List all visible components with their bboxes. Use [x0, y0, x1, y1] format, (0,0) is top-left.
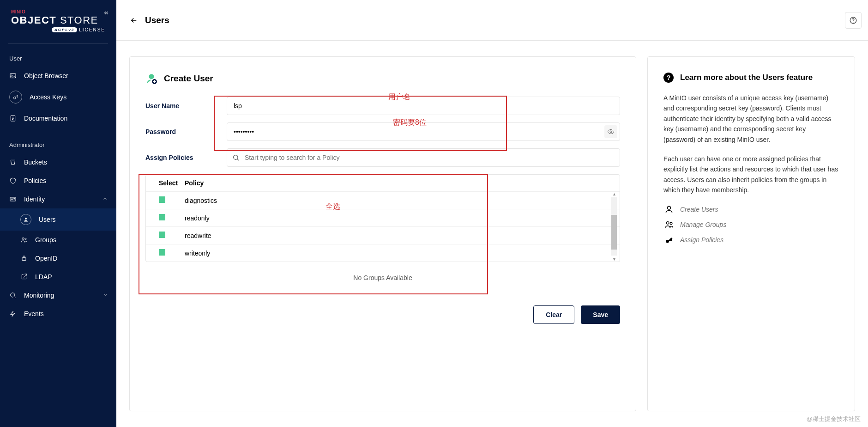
form-title: Create User [164, 73, 213, 84]
sidebar-item-label: Object Browser [24, 72, 68, 79]
sidebar-item-openid[interactable]: OpenID [0, 249, 116, 268]
table-row[interactable]: readonly [146, 209, 620, 226]
svg-rect-4 [10, 197, 16, 201]
toggle-password-visibility-button[interactable] [604, 125, 617, 138]
password-input[interactable] [227, 122, 620, 141]
no-groups-text: No Groups Available [145, 274, 620, 281]
key-icon [9, 91, 22, 104]
collapse-sidebar-button[interactable] [102, 8, 111, 18]
create-user-icon [145, 73, 157, 85]
sidebar: MINIO OBJECT STORE AGPLv3 LICENSE User O… [0, 0, 116, 427]
sidebar-item-groups[interactable]: Groups [0, 231, 116, 249]
sidebar-item-monitoring[interactable]: Monitoring [0, 286, 116, 305]
sidebar-item-label: OpenID [35, 255, 57, 262]
policy-table: Select Policy diagnostics readonly readw… [145, 174, 620, 262]
info-link-create-users[interactable]: Create Users [663, 205, 839, 214]
info-link-label: Create Users [680, 206, 718, 213]
info-card: ? Learn more about the Users feature A M… [647, 56, 855, 411]
info-paragraph: A MinIO user consists of a unique access… [663, 93, 839, 145]
sidebar-item-label: Users [39, 216, 56, 223]
sidebar-item-label: Identity [24, 195, 45, 203]
svg-point-8 [25, 238, 26, 239]
sidebar-item-identity[interactable]: Identity [0, 190, 116, 208]
policy-name: readwrite [185, 232, 211, 239]
info-link-label: Assign Policies [680, 236, 723, 244]
groups-icon [663, 220, 675, 230]
svg-rect-9 [22, 258, 26, 261]
sidebar-item-policies[interactable]: Policies [0, 171, 116, 190]
document-icon [9, 115, 17, 122]
table-select-header: Select [159, 179, 185, 187]
policy-name: writeonly [185, 250, 210, 257]
svg-point-15 [234, 155, 238, 159]
policy-checkbox[interactable] [159, 214, 165, 220]
svg-point-16 [668, 206, 671, 209]
sidebar-item-label: Access Keys [30, 93, 66, 101]
topbar: Users [116, 0, 868, 41]
nav-section-user: User [0, 50, 116, 67]
scrollbar[interactable]: ▴▾ [611, 191, 617, 262]
policy-name: diagnostics [185, 197, 217, 204]
password-label: Password [145, 128, 227, 135]
sidebar-item-label: Events [24, 310, 44, 317]
username-label: User Name [145, 102, 227, 110]
policy-search-input[interactable] [227, 148, 620, 167]
sidebar-item-label: Policies [24, 177, 46, 184]
policy-checkbox[interactable] [159, 196, 165, 203]
sidebar-item-documentation[interactable]: Documentation [0, 109, 116, 128]
info-link-label: Manage Groups [680, 221, 726, 228]
chevron-down-icon [102, 292, 108, 299]
monitoring-icon [9, 292, 17, 299]
info-icon: ? [663, 73, 674, 83]
brand-license: AGPLv3 LICENSE [11, 27, 105, 32]
sidebar-item-label: Documentation [24, 115, 67, 122]
info-link-manage-groups[interactable]: Manage Groups [663, 220, 839, 230]
svg-point-17 [667, 221, 669, 224]
events-icon [9, 310, 17, 317]
user-icon [663, 205, 675, 214]
bucket-icon [9, 159, 17, 166]
key-icon [663, 235, 675, 244]
groups-icon [20, 236, 28, 244]
search-icon [232, 154, 240, 163]
chevron-up-icon [102, 195, 108, 203]
sidebar-item-events[interactable]: Events [0, 305, 116, 323]
watermark: @稀土掘金技术社区 [807, 415, 861, 423]
svg-point-10 [11, 293, 15, 297]
policy-name: readonly [185, 214, 210, 222]
svg-point-18 [670, 222, 672, 224]
info-paragraph: Each user can have one or more assigned … [663, 154, 839, 195]
sidebar-item-access-keys[interactable]: Access Keys [0, 85, 116, 109]
user-icon [20, 214, 31, 225]
table-row[interactable]: readwrite [146, 226, 620, 244]
sidebar-item-buckets[interactable]: Buckets [0, 153, 116, 171]
sidebar-item-ldap[interactable]: LDAP [0, 268, 116, 286]
brand-name: MINIO [11, 9, 105, 14]
svg-point-6 [25, 218, 27, 220]
username-input[interactable] [227, 97, 620, 115]
policy-checkbox[interactable] [159, 232, 165, 238]
brand-product: OBJECT STORE [11, 14, 105, 26]
content: Create User User Name Password Assign [116, 41, 868, 427]
sidebar-item-users[interactable]: Users [0, 208, 116, 231]
table-row[interactable]: diagnostics [146, 191, 620, 209]
help-button[interactable] [845, 12, 862, 29]
ldap-icon [20, 273, 28, 281]
clear-button[interactable]: Clear [533, 305, 574, 324]
sidebar-item-label: LDAP [35, 273, 52, 281]
info-link-assign-policies[interactable]: Assign Policies [663, 235, 839, 244]
nav-section-admin: Administrator [0, 137, 116, 153]
folder-icon [9, 72, 17, 79]
svg-point-5 [12, 199, 13, 200]
back-button[interactable] [129, 16, 139, 25]
policy-checkbox[interactable] [159, 249, 165, 256]
table-row[interactable]: writeonly [146, 244, 620, 262]
svg-point-12 [149, 74, 154, 79]
sidebar-item-object-browser[interactable]: Object Browser [0, 67, 116, 85]
svg-point-2 [13, 97, 16, 99]
save-button[interactable]: Save [581, 305, 620, 324]
shield-icon [9, 177, 17, 184]
svg-point-7 [22, 238, 24, 239]
assign-policies-label: Assign Policies [145, 154, 227, 161]
sidebar-item-label: Groups [35, 236, 56, 244]
